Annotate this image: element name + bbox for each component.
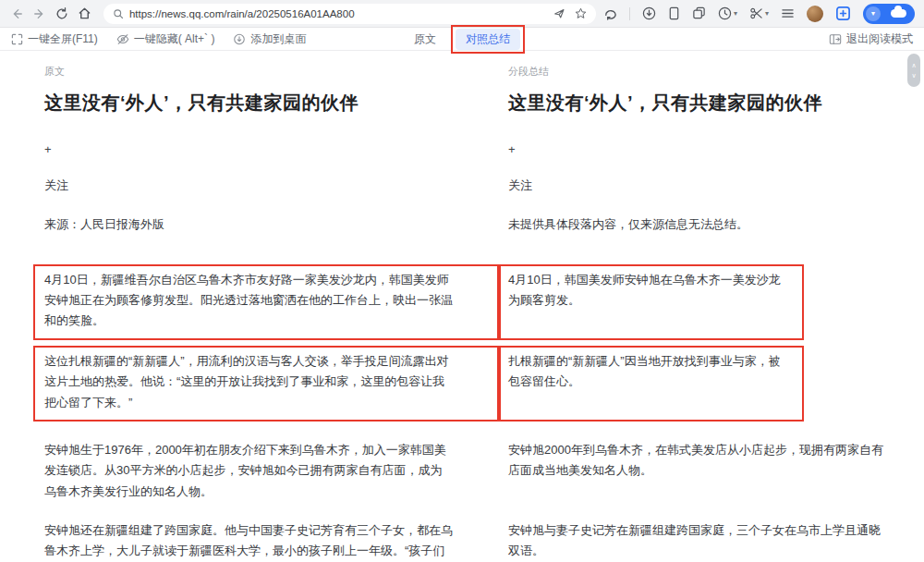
left-column-label: 原文 — [44, 66, 65, 77]
annotate-badge-icon[interactable] — [835, 6, 851, 21]
exit-reading-label: 退出阅读模式 — [846, 31, 913, 47]
history-button[interactable]: ▾ — [718, 6, 737, 20]
screenshot-button[interactable]: ▾ — [749, 6, 769, 20]
address-bar[interactable]: https://news.qq.com/rain/a/20250516A01AA… — [103, 4, 596, 24]
translate-loop-icon[interactable] — [603, 6, 617, 20]
refresh-icon[interactable] — [55, 6, 69, 22]
summary-paragraph: 安钟旭与妻子史记芳在新疆组建跨国家庭，三个子女在乌市上学且通晓双语。 — [508, 520, 891, 562]
tabs-copy-icon[interactable] — [692, 6, 706, 20]
follow-button[interactable]: 关注 — [508, 178, 532, 192]
expand-plus[interactable]: + — [44, 142, 52, 156]
back-icon[interactable] — [9, 6, 24, 22]
tab-original[interactable]: 原文 — [399, 30, 451, 49]
original-paragraph: 这位扎根新疆的“新新疆人”，用流利的汉语与客人交谈，举手投足间流露出对这片土地的… — [44, 351, 455, 413]
fullscreen-label: 一键全屏(F11) — [28, 31, 98, 47]
hide-label: 一键隐藏( Alt+` ) — [134, 31, 215, 47]
original-paragraph: 4月10日，新疆维吾尔自治区乌鲁木齐市友好路一家美发沙龙内，韩国美发师安钟旭正在… — [44, 270, 455, 332]
article-title-original: 这里没有‘外人’，只有共建家园的伙伴 — [44, 91, 453, 116]
exit-reading-button[interactable]: 退出阅读模式 — [829, 31, 913, 47]
chevron-down-icon: ▾ — [734, 10, 737, 18]
cloud-sync-button[interactable]: ▼ — [863, 4, 915, 24]
follow-row: 关注 关注 — [33, 176, 906, 196]
browser-chrome: https://news.qq.com/rain/a/20250516A01AA… — [0, 0, 924, 28]
plus-row: + + — [33, 140, 906, 157]
chevron-down-icon: ▼ — [866, 6, 881, 21]
column-headers: 原文 分段总结 — [33, 62, 906, 79]
title-row: 这里没有‘外人’，只有共建家园的伙伴 这里没有‘外人’，只有共建家园的伙伴 — [33, 91, 906, 116]
paragraph-row-highlighted: 4月10日，新疆维吾尔自治区乌鲁木齐市友好路一家美发沙龙内，韩国美发师安钟旭正在… — [33, 264, 906, 340]
tab-compare-summary[interactable]: 对照总结 — [456, 29, 520, 50]
summary-paragraph: 扎根新疆的“新新疆人”因当地开放找到事业与家，被包容留住心。 — [508, 351, 789, 393]
search-icon — [113, 8, 124, 19]
reading-mode-icon[interactable] — [668, 6, 680, 20]
follow-button[interactable]: 关注 — [44, 178, 68, 192]
add-desktop-button[interactable]: 添加到桌面 — [233, 31, 306, 47]
compare-tab-annotation-box: 对照总结 — [451, 25, 525, 54]
add-desktop-label: 添加到桌面 — [250, 31, 306, 47]
bookmark-star-icon[interactable] — [575, 7, 587, 19]
chevron-down-icon: ▾ — [765, 10, 769, 18]
article-title-summary: 这里没有‘外人’，只有共建家园的伙伴 — [508, 91, 891, 116]
reading-toolbar: 一键全屏(F11) 一键隐藏( Alt+` ) 添加到桌面 原文 对照总结 退出… — [0, 28, 924, 51]
avatar[interactable] — [807, 6, 823, 22]
reading-content: 原文 分段总结 这里没有‘外人’，只有共建家园的伙伴 这里没有‘外人’，只有共建… — [0, 51, 924, 562]
paragraph-row-highlighted: 这位扎根新疆的“新新疆人”，用流利的汉语与客人交谈，举手投足间流露出对这片土地的… — [33, 346, 906, 422]
forward-icon[interactable] — [31, 6, 46, 22]
original-paragraph: 安钟旭生于1976年，2000年初在朋友介绍下来到乌鲁木齐，加入一家韩国美发连锁… — [44, 440, 453, 502]
summary-paragraph: 4月10日，韩国美发师安钟旭在乌鲁木齐一美发沙龙为顾客剪发。 — [508, 270, 789, 312]
menu-icon[interactable] — [781, 7, 795, 19]
chevron-up-icon[interactable]: ∧ — [911, 62, 916, 69]
expand-plus[interactable]: + — [508, 142, 516, 156]
source-summary-note: 未提供具体段落内容，仅来源信息无法总结。 — [508, 217, 748, 231]
right-column-label: 分段总结 — [508, 66, 549, 77]
chevron-down-icon[interactable]: ∨ — [911, 72, 916, 79]
url-text[interactable]: https://news.qq.com/rain/a/20250516A01AA… — [129, 8, 548, 19]
divider — [629, 7, 630, 20]
hide-button[interactable]: 一键隐藏( Alt+` ) — [116, 31, 215, 47]
summary-paragraph: 安钟旭2000年到乌鲁木齐，在韩式美发店从小店起步，现拥有两家自有店面成当地美发… — [508, 440, 891, 482]
original-paragraph: 安钟旭还在新疆组建了跨国家庭。他与中国妻子史记芳育有三个子女，都在乌鲁木齐上学，… — [44, 520, 453, 562]
scroll-up-down-widget[interactable]: ∧ ∨ — [907, 54, 920, 87]
fullscreen-button[interactable]: 一键全屏(F11) — [11, 31, 98, 47]
paragraph-row: 安钟旭生于1976年，2000年初在朋友介绍下来到乌鲁木齐，加入一家韩国美发连锁… — [33, 440, 906, 502]
source-text: 来源：人民日报海外版 — [44, 217, 164, 231]
cloud-icon — [891, 9, 906, 18]
send-icon[interactable] — [553, 7, 565, 19]
source-row: 来源：人民日报海外版 未提供具体段落内容，仅来源信息无法总结。 — [33, 214, 906, 235]
download-icon[interactable] — [642, 6, 656, 20]
home-icon[interactable] — [77, 6, 91, 22]
paragraph-row: 安钟旭还在新疆组建了跨国家庭。他与中国妻子史记芳育有三个子女，都在乌鲁木齐上学，… — [33, 520, 906, 562]
